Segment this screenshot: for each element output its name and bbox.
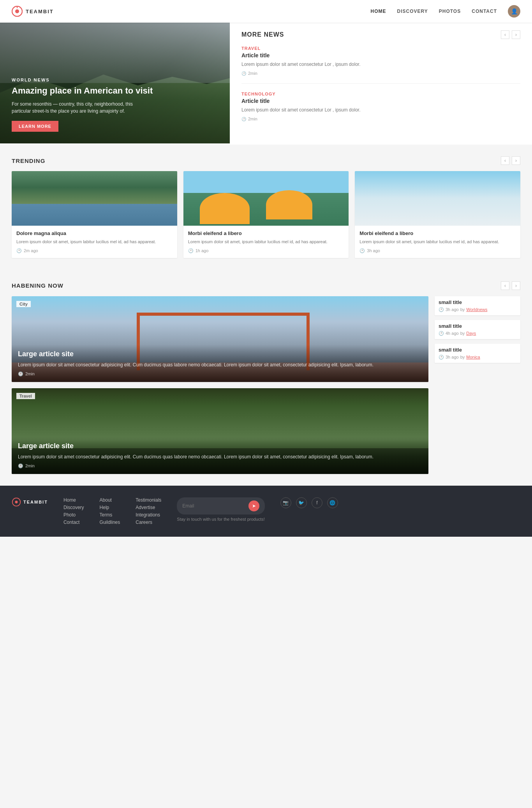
footer-logo: TEAMBIT <box>12 497 48 507</box>
hero-image: WORLD NEWS Amazing place in American to … <box>0 23 230 143</box>
footer-nav-discovery[interactable]: Discovery <box>63 505 84 510</box>
small-card-time-0: 3h ago <box>446 307 459 312</box>
happening-nav: ‹ › <box>501 281 520 290</box>
happening-left: City Large article site Lorem ipsum dolo… <box>12 296 428 474</box>
trending-img-lake <box>12 171 177 226</box>
footer-send-button[interactable]: ➤ <box>248 500 259 511</box>
small-card-0: small title 🕐 3h ago by Worldnews <box>435 296 520 315</box>
clock-icon-large-0: 🕐 <box>18 371 23 377</box>
instagram-icon[interactable]: 📷 <box>280 497 291 508</box>
nav-contact[interactable]: CONTACT <box>472 9 497 14</box>
trending-header: TRENDING ‹ › <box>12 156 520 165</box>
more-news-title: MORE NEWS <box>241 31 284 38</box>
trending-time-0: 2m ago <box>24 248 38 253</box>
footer-nav-terms[interactable]: Terms <box>100 512 120 518</box>
hero-section: WORLD NEWS Amazing place in American to … <box>0 23 532 145</box>
small-card-author-1[interactable]: Days <box>466 331 476 336</box>
more-news-nav: ‹ › <box>501 30 520 39</box>
large-card-img-0: City Large article site Lorem ipsum dolo… <box>12 296 428 382</box>
clock-icon-trend-0: 🕐 <box>16 248 22 253</box>
trending-card-2: Morbi eleifend a libero Lorem ipsum dolo… <box>355 171 520 258</box>
large-card-meta-0: 🕐 2min <box>18 371 422 377</box>
large-card-time-1: 2min <box>25 463 35 468</box>
nav-photos[interactable]: PHOTOS <box>439 9 461 14</box>
hero-content: WORLD NEWS Amazing place in American to … <box>12 78 153 132</box>
large-card-overlay-1: Large article site Lorem ipsum dolor sit… <box>12 437 428 474</box>
small-card-author-0[interactable]: Worldnews <box>466 307 487 312</box>
svg-point-4 <box>15 500 18 503</box>
large-card-time-0: 2min <box>25 371 35 376</box>
clock-icon-small-0: 🕐 <box>439 307 444 312</box>
news-item: TRAVEL Article title Lorem ipsum dolor s… <box>241 46 520 84</box>
news-meta-0: 🕐 2min <box>241 71 520 76</box>
footer-email-field[interactable] <box>182 503 245 509</box>
trending-card-1: Morbi eleifend a libero Lorem ipsum dolo… <box>183 171 349 258</box>
footer-nav-home[interactable]: Home <box>63 497 84 503</box>
header: TEAMBIT HOME DISCOVERY PHOTOS CONTACT 👤 <box>0 0 532 23</box>
happening-prev[interactable]: ‹ <box>501 281 509 290</box>
news-excerpt-1: Lorem ipsum dolor sit amet consectetur L… <box>241 106 520 113</box>
trending-title: TRENDING <box>12 157 45 164</box>
footer-logo-icon <box>12 497 21 507</box>
more-news-prev[interactable]: ‹ <box>501 30 509 39</box>
trending-card-desc-2: Lorem ipsum dolor sit amet, ipsum labitu… <box>359 239 516 245</box>
globe-icon[interactable]: 🌐 <box>327 497 338 508</box>
large-card-desc-1: Lorem ipsum dolor sit amet consectetur a… <box>18 453 422 460</box>
nav-discovery[interactable]: DISCOVERY <box>397 9 428 14</box>
news-category-1: TECHNOLOGY <box>241 92 520 96</box>
footer-email-input-wrap: ➤ <box>177 497 265 515</box>
trending-card-meta-1: 🕐 1h ago <box>188 248 344 253</box>
news-excerpt-0: Lorem ipsum dolor sit amet consectetur L… <box>241 61 520 68</box>
facebook-icon[interactable]: f <box>312 497 322 508</box>
news-category-0: TRAVEL <box>241 46 520 51</box>
large-card-meta-1: 🕐 2min <box>18 463 422 469</box>
large-card-img-1: Travel Large article site Lorem ipsum do… <box>12 388 428 474</box>
logo[interactable]: TEAMBIT <box>12 6 54 17</box>
footer-nav-careers[interactable]: Careers <box>136 520 161 525</box>
footer-nav-contact[interactable]: Contact <box>63 520 84 525</box>
trending-card-meta-0: 🕐 2m ago <box>16 248 173 253</box>
happening-next[interactable]: › <box>512 281 520 290</box>
learn-more-button[interactable]: LEARN MORE <box>12 121 58 132</box>
large-card-1: Travel Large article site Lorem ipsum do… <box>12 388 428 474</box>
trending-card-0: Dolore magna aliqua Lorem ipsum dolor si… <box>12 171 177 258</box>
trending-card-meta-2: 🕐 3h ago <box>359 248 516 253</box>
news-article-title-1: Article title <box>241 98 520 104</box>
footer-nav-testimonials[interactable]: Testimonials <box>136 497 161 503</box>
more-news-header: MORE NEWS ‹ › <box>241 30 520 39</box>
twitter-icon[interactable]: 🐦 <box>296 497 307 508</box>
news-item-1: TECHNOLOGY Article title Lorem ipsum dol… <box>241 92 520 129</box>
more-news-next[interactable]: › <box>512 30 520 39</box>
news-meta-1: 🕐 2min <box>241 117 520 121</box>
small-card-by-2: by <box>460 355 465 359</box>
trending-card-body-2: Morbi eleifend a libero Lorem ipsum dolo… <box>355 226 520 258</box>
footer-nav-advertise[interactable]: Advertise <box>136 505 161 510</box>
footer-socials: 📷 🐦 f 🌐 <box>280 497 338 508</box>
trending-card-desc-0: Lorem ipsum dolor sit amet, ipsum labitu… <box>16 239 173 245</box>
clock-icon-0: 🕐 <box>241 71 246 76</box>
more-news-panel: MORE NEWS ‹ › TRAVEL Article title Lorem… <box>230 23 532 145</box>
trending-img-beach <box>183 171 349 226</box>
footer-nav-guildlines[interactable]: Guildlines <box>100 520 120 525</box>
large-card-tag-0: City <box>16 301 31 307</box>
trending-card-desc-1: Lorem ipsum dolor sit amet, ipsum labitu… <box>188 239 344 245</box>
footer-nav-integrations[interactable]: Integrations <box>136 512 161 518</box>
trending-time-2: 3h ago <box>367 248 380 253</box>
small-card-author-2[interactable]: Monica <box>466 355 480 359</box>
small-card-by-1: by <box>460 331 465 336</box>
footer-nav-photo[interactable]: Photo <box>63 512 84 518</box>
small-card-time-2: 3h ago <box>446 355 459 359</box>
small-card-meta-1: 🕐 4h ago by Days <box>439 331 516 336</box>
small-card-body-1: small title 🕐 4h ago by Days <box>435 320 520 339</box>
nav-home[interactable]: HOME <box>371 9 386 14</box>
footer-nav-about[interactable]: About <box>100 497 120 503</box>
footer-nav-help[interactable]: Help <box>100 505 120 510</box>
logo-text: TEAMBIT <box>26 9 54 14</box>
avatar[interactable]: 👤 <box>508 5 520 18</box>
trending-nav: ‹ › <box>501 156 520 165</box>
trending-next[interactable]: › <box>512 156 520 165</box>
trending-prev[interactable]: ‹ <box>501 156 509 165</box>
small-card-title-2: small title <box>439 347 516 353</box>
footer-nav-col3: Testimonials Advertise Integrations Care… <box>136 497 161 525</box>
trending-card-title-0: Dolore magna aliqua <box>16 230 173 236</box>
